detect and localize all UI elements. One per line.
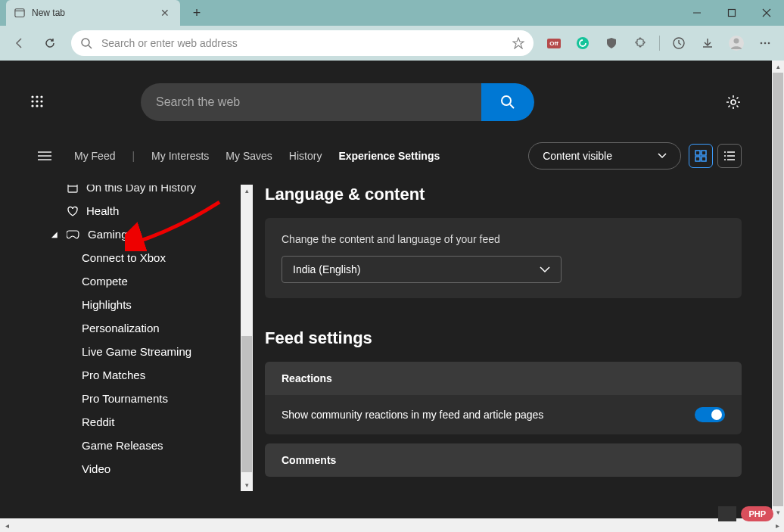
svg-point-24 — [502, 96, 511, 105]
search-icon — [80, 37, 92, 49]
sidebar-item-compete[interactable]: Compete — [38, 269, 242, 293]
minimize-button[interactable] — [680, 0, 714, 26]
sidebar-item-live-streaming[interactable]: Live Game Streaming — [38, 340, 242, 363]
list-view-button[interactable] — [717, 144, 742, 168]
language-desc: Change the content and language of your … — [282, 233, 725, 245]
svg-point-23 — [40, 104, 42, 107]
address-bar[interactable] — [71, 30, 534, 56]
scrollbar-thumb[interactable] — [241, 336, 252, 472]
content-area: On this Day in History Health ◢ Gaming C… — [0, 185, 772, 491]
collapse-triangle-icon: ◢ — [51, 230, 58, 238]
page-settings-icon[interactable] — [725, 94, 742, 110]
nav-separator: | — [132, 150, 135, 162]
tab-favicon — [14, 7, 26, 19]
grid-view-button[interactable] — [689, 144, 713, 168]
scroll-left-arrow[interactable]: ◂ — [0, 518, 14, 532]
nav-experience-settings[interactable]: Experience Settings — [338, 150, 440, 162]
back-button[interactable] — [6, 30, 33, 57]
nav-my-interests[interactable]: My Interests — [151, 150, 209, 162]
language-card: Change the content and language of your … — [265, 218, 742, 298]
scroll-up-arrow[interactable]: ▴ — [772, 61, 784, 73]
close-window-button[interactable] — [749, 0, 784, 26]
calendar-icon — [67, 185, 79, 194]
sidebar: On this Day in History Health ◢ Gaming C… — [38, 185, 242, 491]
svg-point-16 — [36, 95, 38, 98]
svg-point-17 — [40, 95, 42, 98]
reactions-desc: Show community reactions in my feed and … — [282, 409, 543, 421]
extension-grammarly-icon[interactable] — [570, 30, 596, 56]
sidebar-item-game-releases[interactable]: Game Releases — [38, 434, 242, 457]
main-panel: Language & content Change the content an… — [242, 185, 772, 491]
svg-rect-32 — [695, 157, 700, 161]
browser-toolbar: Off — [0, 26, 784, 61]
window-vertical-scrollbar[interactable]: ▴ ▾ — [772, 61, 784, 518]
history-icon[interactable] — [666, 30, 692, 56]
sidebar-item-gaming[interactable]: ◢ Gaming — [38, 222, 242, 246]
window-horizontal-scrollbar[interactable]: ◂ ▸ — [0, 518, 784, 532]
extension-off-icon[interactable]: Off — [541, 30, 567, 56]
downloads-icon[interactable] — [695, 30, 720, 56]
svg-point-39 — [724, 159, 726, 160]
address-input[interactable] — [101, 37, 503, 49]
sidebar-item-reddit[interactable]: Reddit — [38, 410, 242, 434]
chevron-down-icon — [540, 266, 550, 273]
sidebar-item-health[interactable]: Health — [38, 199, 242, 222]
reactions-header: Reactions — [265, 362, 742, 395]
sidebar-item-connect-xbox[interactable]: Connect to Xbox — [38, 246, 242, 269]
sidebar-scrollbar[interactable]: ▴ ▾ — [241, 185, 253, 491]
nav-my-feed[interactable]: My Feed — [74, 150, 115, 162]
tab-close-button[interactable]: ✕ — [159, 7, 171, 19]
content-visibility-dropdown[interactable]: Content visible — [528, 142, 681, 170]
sidebar-item-video[interactable]: Video — [38, 457, 242, 481]
nav-history[interactable]: History — [289, 150, 322, 162]
svg-point-22 — [36, 104, 38, 107]
extensions-icon[interactable] — [627, 30, 653, 56]
hamburger-icon[interactable] — [38, 151, 51, 161]
toolbar-separator — [659, 36, 660, 51]
profile-icon[interactable] — [723, 30, 749, 56]
tab-title: New tab — [32, 8, 153, 18]
menu-button[interactable] — [752, 30, 778, 56]
language-select[interactable]: India (English) — [282, 256, 562, 283]
toolbar-extension-icons: Off — [541, 30, 778, 56]
chevron-down-icon — [658, 153, 667, 159]
extension-shield-icon[interactable] — [599, 30, 624, 56]
reactions-toggle[interactable] — [695, 407, 725, 422]
sidebar-item-personalization[interactable]: Personalization — [38, 316, 242, 340]
search-box[interactable] — [141, 83, 534, 121]
feedback-icon[interactable] — [718, 506, 736, 521]
favorite-icon[interactable] — [512, 37, 524, 49]
sidebar-item-pro-matches[interactable]: Pro Matches — [38, 363, 242, 387]
vertical-scrollbar-thumb[interactable] — [773, 73, 783, 506]
heart-icon — [67, 205, 79, 217]
new-tab-button[interactable]: + — [186, 2, 207, 23]
hero-search — [141, 83, 534, 121]
feed-settings-title: Feed settings — [265, 328, 742, 348]
sidebar-item-on-this-day[interactable]: On this Day in History — [38, 185, 242, 199]
svg-point-26 — [731, 100, 736, 104]
refresh-button[interactable] — [36, 30, 64, 57]
maximize-button[interactable] — [714, 0, 749, 26]
svg-point-18 — [31, 100, 33, 102]
svg-point-19 — [36, 100, 38, 102]
svg-point-13 — [764, 42, 767, 45]
search-button[interactable] — [481, 83, 534, 121]
sidebar-item-highlights[interactable]: Highlights — [38, 293, 242, 316]
hero-row — [0, 61, 772, 136]
watermark-badges: PHP — [718, 506, 773, 521]
php-badge: PHP — [741, 506, 773, 521]
sidebar-label: Gaming — [88, 228, 128, 241]
window-titlebar: New tab ✕ + — [0, 0, 784, 26]
nav-my-saves[interactable]: My Saves — [226, 150, 272, 162]
window-controls — [680, 0, 784, 26]
scroll-up-arrow[interactable]: ▴ — [241, 185, 253, 197]
browser-tab[interactable]: New tab ✕ — [6, 0, 180, 26]
svg-point-15 — [31, 95, 33, 98]
search-input[interactable] — [141, 95, 481, 109]
sidebar-item-pro-tournaments[interactable]: Pro Tournaments — [38, 387, 242, 410]
apps-grid-icon[interactable] — [30, 95, 45, 110]
scroll-down-arrow[interactable]: ▾ — [772, 506, 784, 518]
sidebar-label: Health — [86, 204, 119, 217]
scroll-down-arrow[interactable]: ▾ — [241, 479, 253, 491]
language-value: India (English) — [293, 263, 361, 275]
